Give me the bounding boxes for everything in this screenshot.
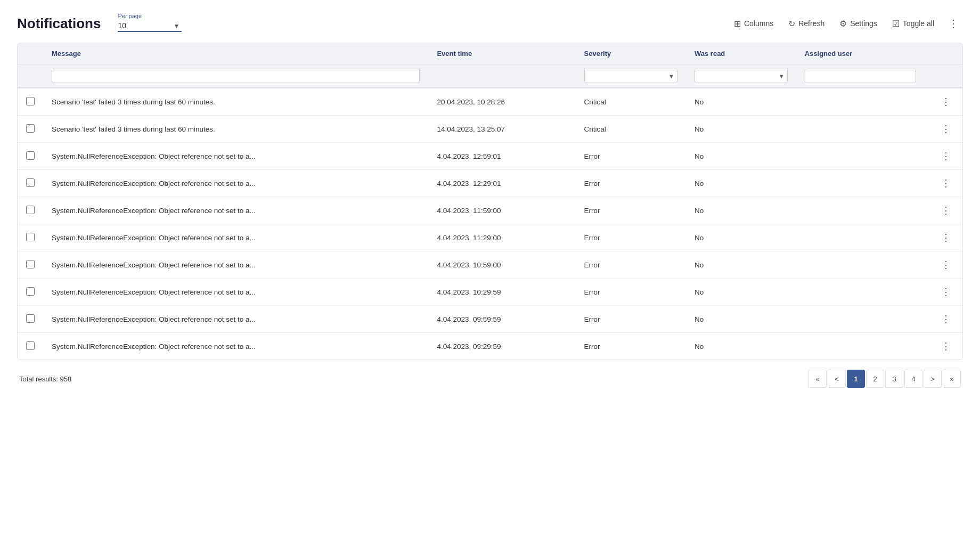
row-menu-button-7[interactable]: ⋮ xyxy=(938,258,954,272)
filter-wasread-wrapper: Yes No ▼ xyxy=(695,69,788,83)
columns-button[interactable]: ⊞ Columns xyxy=(729,15,779,32)
total-results: Total results: 958 xyxy=(19,375,71,383)
row-severity: Error xyxy=(576,224,686,251)
row-checkbox-1[interactable] xyxy=(26,97,35,105)
filter-row: Critical Error Warning ▼ Yes xyxy=(18,64,962,88)
row-was-read: No xyxy=(686,143,796,170)
settings-button[interactable]: ⚙ Settings xyxy=(834,15,883,32)
row-message: System.NullReferenceException: Object re… xyxy=(43,224,428,251)
row-event-time: 14.04.2023, 13:25:07 xyxy=(428,116,575,143)
more-options-button[interactable]: ⋮ xyxy=(944,15,963,32)
row-checkbox-3[interactable] xyxy=(26,151,35,160)
row-event-time: 4.04.2023, 12:29:01 xyxy=(428,170,575,197)
filter-severity-wrapper: Critical Error Warning ▼ xyxy=(584,69,677,83)
row-message: System.NullReferenceException: Object re… xyxy=(43,143,428,170)
refresh-button[interactable]: ↻ Refresh xyxy=(783,15,830,32)
row-checkbox-4[interactable] xyxy=(26,178,35,187)
row-action-cell: ⋮ xyxy=(925,88,962,116)
columns-label: Columns xyxy=(744,19,773,28)
header-left: Notifications Per page 10 25 50 100 ▼ xyxy=(17,13,182,32)
table-row: System.NullReferenceException: Object re… xyxy=(18,197,962,224)
table-row: Scenario 'test' failed 3 times during la… xyxy=(18,88,962,116)
row-severity: Error xyxy=(576,197,686,224)
row-event-time: 4.04.2023, 09:29:59 xyxy=(428,333,575,360)
row-was-read: No xyxy=(686,224,796,251)
row-checkbox-cell xyxy=(18,251,43,279)
filter-wasread-select[interactable]: Yes No xyxy=(695,69,788,83)
row-checkbox-cell xyxy=(18,143,43,170)
toggle-all-button[interactable]: ☑ Toggle all xyxy=(887,15,940,32)
table-row: System.NullReferenceException: Object re… xyxy=(18,224,962,251)
pagination-page-3[interactable]: 3 xyxy=(885,370,903,388)
row-action-cell: ⋮ xyxy=(925,116,962,143)
row-action-cell: ⋮ xyxy=(925,251,962,279)
row-action-cell: ⋮ xyxy=(925,170,962,197)
row-was-read: No xyxy=(686,116,796,143)
row-menu-button-8[interactable]: ⋮ xyxy=(938,285,954,299)
settings-label: Settings xyxy=(850,19,877,28)
row-event-time: 4.04.2023, 12:59:01 xyxy=(428,143,575,170)
pagination-next[interactable]: > xyxy=(924,370,942,388)
row-assigned-user xyxy=(796,306,925,333)
row-was-read: No xyxy=(686,333,796,360)
row-action-cell: ⋮ xyxy=(925,143,962,170)
row-assigned-user xyxy=(796,170,925,197)
refresh-icon: ↻ xyxy=(788,19,795,29)
row-menu-button-6[interactable]: ⋮ xyxy=(938,231,954,245)
row-menu-button-3[interactable]: ⋮ xyxy=(938,149,954,163)
filter-was-read-cell: Yes No ▼ xyxy=(686,64,796,88)
filter-message-input[interactable] xyxy=(52,69,420,83)
pagination-first[interactable]: « xyxy=(808,370,827,388)
row-menu-button-9[interactable]: ⋮ xyxy=(938,312,954,326)
row-severity: Error xyxy=(576,143,686,170)
header-actions: ⊞ Columns ↻ Refresh ⚙ Settings ☑ Toggle … xyxy=(729,15,963,32)
filter-severity-cell: Critical Error Warning ▼ xyxy=(576,64,686,88)
row-assigned-user xyxy=(796,279,925,306)
filter-assigned-input[interactable] xyxy=(805,69,917,83)
row-checkbox-cell xyxy=(18,306,43,333)
header-checkbox-cell xyxy=(18,43,43,64)
row-checkbox-2[interactable] xyxy=(26,124,35,133)
header-assigned-user: Assigned user xyxy=(796,43,925,64)
row-checkbox-7[interactable] xyxy=(26,260,35,268)
row-was-read: No xyxy=(686,170,796,197)
row-menu-button-2[interactable]: ⋮ xyxy=(938,122,954,136)
pagination-prev[interactable]: < xyxy=(828,370,846,388)
header-event-time: Event time xyxy=(428,43,575,64)
columns-icon: ⊞ xyxy=(734,19,741,29)
row-menu-button-5[interactable]: ⋮ xyxy=(938,203,954,217)
pagination-page-2[interactable]: 2 xyxy=(866,370,884,388)
row-menu-button-10[interactable]: ⋮ xyxy=(938,339,954,353)
row-assigned-user xyxy=(796,116,925,143)
row-checkbox-8[interactable] xyxy=(26,287,35,296)
settings-icon: ⚙ xyxy=(839,19,847,29)
row-menu-button-1[interactable]: ⋮ xyxy=(938,95,954,109)
row-was-read: No xyxy=(686,306,796,333)
row-assigned-user xyxy=(796,251,925,279)
row-event-time: 4.04.2023, 10:59:00 xyxy=(428,251,575,279)
toggle-all-label: Toggle all xyxy=(903,19,934,28)
row-checkbox-5[interactable] xyxy=(26,206,35,214)
row-action-cell: ⋮ xyxy=(925,333,962,360)
filter-action-cell xyxy=(925,64,962,88)
row-assigned-user xyxy=(796,88,925,116)
filter-severity-select[interactable]: Critical Error Warning xyxy=(584,69,677,83)
row-assigned-user xyxy=(796,333,925,360)
row-checkbox-cell xyxy=(18,333,43,360)
table-row: System.NullReferenceException: Object re… xyxy=(18,251,962,279)
page-header: Notifications Per page 10 25 50 100 ▼ ⊞ … xyxy=(17,13,963,32)
row-assigned-user xyxy=(796,224,925,251)
row-menu-button-4[interactable]: ⋮ xyxy=(938,176,954,190)
pagination-page-4[interactable]: 4 xyxy=(904,370,922,388)
row-checkbox-6[interactable] xyxy=(26,233,35,241)
table-row: System.NullReferenceException: Object re… xyxy=(18,306,962,333)
pagination-last[interactable]: » xyxy=(943,370,961,388)
row-severity: Error xyxy=(576,170,686,197)
row-checkbox-10[interactable] xyxy=(26,341,35,350)
row-event-time: 4.04.2023, 10:29:59 xyxy=(428,279,575,306)
header-action xyxy=(925,43,962,64)
per-page-select[interactable]: 10 25 50 100 xyxy=(118,20,182,32)
table-row: Scenario 'test' failed 3 times during la… xyxy=(18,116,962,143)
row-checkbox-9[interactable] xyxy=(26,314,35,323)
pagination-page-1[interactable]: 1 xyxy=(847,370,865,388)
